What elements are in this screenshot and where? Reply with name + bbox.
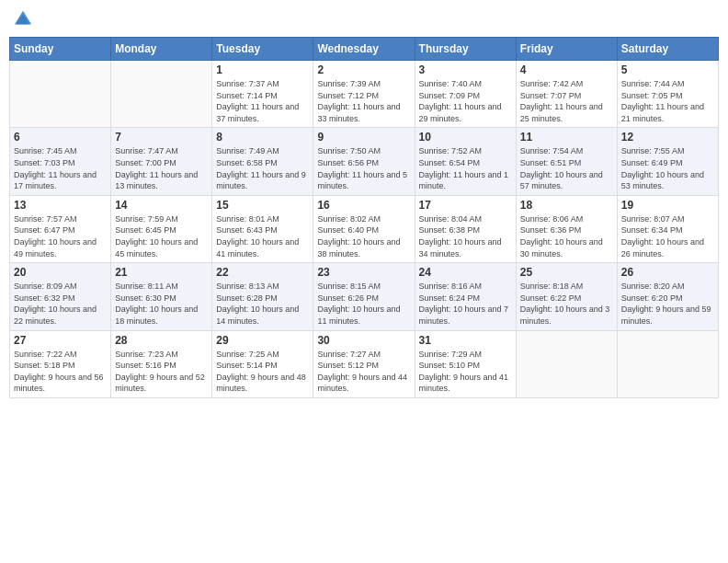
day-number: 1 (216, 63, 309, 76)
header-sunday: Sunday (10, 38, 111, 61)
day-info: Sunrise: 7:44 AMSunset: 7:05 PMDaylight:… (621, 78, 714, 124)
day-info: Sunrise: 8:04 AMSunset: 6:38 PMDaylight:… (419, 213, 512, 259)
calendar-week-row: 1Sunrise: 7:37 AMSunset: 7:14 PMDaylight… (10, 61, 719, 128)
day-number: 19 (621, 199, 714, 212)
day-info: Sunrise: 7:45 AMSunset: 7:03 PMDaylight:… (14, 145, 107, 191)
table-row: 24Sunrise: 8:16 AMSunset: 6:24 PMDayligh… (415, 263, 516, 330)
table-row: 31Sunrise: 7:29 AMSunset: 5:10 PMDayligh… (415, 330, 516, 397)
day-info: Sunrise: 8:06 AMSunset: 6:36 PMDaylight:… (520, 213, 613, 259)
table-row: 11Sunrise: 7:54 AMSunset: 6:51 PMDayligh… (516, 128, 617, 195)
day-number: 26 (621, 266, 714, 279)
day-number: 11 (520, 131, 613, 144)
day-number: 2 (317, 63, 410, 76)
day-number: 10 (419, 131, 512, 144)
table-row: 21Sunrise: 8:11 AMSunset: 6:30 PMDayligh… (111, 263, 212, 330)
day-info: Sunrise: 7:23 AMSunset: 5:16 PMDaylight:… (115, 349, 208, 395)
day-info: Sunrise: 7:37 AMSunset: 7:14 PMDaylight:… (216, 78, 309, 124)
day-info: Sunrise: 7:40 AMSunset: 7:09 PMDaylight:… (419, 78, 512, 124)
day-number: 22 (216, 266, 309, 279)
day-info: Sunrise: 8:18 AMSunset: 6:22 PMDaylight:… (520, 281, 613, 327)
table-row: 26Sunrise: 8:20 AMSunset: 6:20 PMDayligh… (617, 263, 718, 330)
day-info: Sunrise: 7:22 AMSunset: 5:18 PMDaylight:… (14, 349, 107, 395)
header-friday: Friday (516, 38, 617, 61)
day-number: 20 (14, 266, 107, 279)
logo (13, 9, 37, 29)
day-number: 31 (419, 334, 512, 347)
day-info: Sunrise: 8:15 AMSunset: 6:26 PMDaylight:… (317, 281, 410, 327)
table-row: 20Sunrise: 8:09 AMSunset: 6:32 PMDayligh… (10, 263, 111, 330)
day-info: Sunrise: 8:07 AMSunset: 6:34 PMDaylight:… (621, 213, 714, 259)
logo-icon (13, 9, 33, 29)
day-number: 4 (520, 63, 613, 76)
day-info: Sunrise: 8:13 AMSunset: 6:28 PMDaylight:… (216, 281, 309, 327)
table-row: 14Sunrise: 7:59 AMSunset: 6:45 PMDayligh… (111, 195, 212, 262)
table-row: 12Sunrise: 7:55 AMSunset: 6:49 PMDayligh… (617, 128, 718, 195)
day-number: 13 (14, 199, 107, 212)
table-row: 10Sunrise: 7:52 AMSunset: 6:54 PMDayligh… (415, 128, 516, 195)
day-info: Sunrise: 7:57 AMSunset: 6:47 PMDaylight:… (14, 213, 107, 259)
table-row: 18Sunrise: 8:06 AMSunset: 6:36 PMDayligh… (516, 195, 617, 262)
table-row: 15Sunrise: 8:01 AMSunset: 6:43 PMDayligh… (212, 195, 313, 262)
table-row: 5Sunrise: 7:44 AMSunset: 7:05 PMDaylight… (617, 61, 718, 128)
table-row: 13Sunrise: 7:57 AMSunset: 6:47 PMDayligh… (10, 195, 111, 262)
day-number: 25 (520, 266, 613, 279)
header-monday: Monday (111, 38, 212, 61)
table-row: 7Sunrise: 7:47 AMSunset: 7:00 PMDaylight… (111, 128, 212, 195)
table-row: 16Sunrise: 8:02 AMSunset: 6:40 PMDayligh… (313, 195, 415, 262)
table-row: 1Sunrise: 7:37 AMSunset: 7:14 PMDaylight… (212, 61, 313, 128)
table-row: 6Sunrise: 7:45 AMSunset: 7:03 PMDaylight… (10, 128, 111, 195)
day-info: Sunrise: 7:52 AMSunset: 6:54 PMDaylight:… (419, 145, 512, 191)
calendar-week-row: 27Sunrise: 7:22 AMSunset: 5:18 PMDayligh… (10, 330, 719, 397)
table-row: 28Sunrise: 7:23 AMSunset: 5:16 PMDayligh… (111, 330, 212, 397)
table-row (10, 61, 111, 128)
table-row: 27Sunrise: 7:22 AMSunset: 5:18 PMDayligh… (10, 330, 111, 397)
day-number: 8 (216, 131, 309, 144)
day-number: 5 (621, 63, 714, 76)
day-number: 14 (115, 199, 208, 212)
day-number: 21 (115, 266, 208, 279)
table-row: 22Sunrise: 8:13 AMSunset: 6:28 PMDayligh… (212, 263, 313, 330)
calendar-week-row: 20Sunrise: 8:09 AMSunset: 6:32 PMDayligh… (10, 263, 719, 330)
day-info: Sunrise: 8:20 AMSunset: 6:20 PMDaylight:… (621, 281, 714, 327)
day-info: Sunrise: 7:59 AMSunset: 6:45 PMDaylight:… (115, 213, 208, 259)
table-row: 8Sunrise: 7:49 AMSunset: 6:58 PMDaylight… (212, 128, 313, 195)
table-row: 19Sunrise: 8:07 AMSunset: 6:34 PMDayligh… (617, 195, 718, 262)
table-row: 23Sunrise: 8:15 AMSunset: 6:26 PMDayligh… (313, 263, 415, 330)
day-number: 27 (14, 334, 107, 347)
day-info: Sunrise: 8:11 AMSunset: 6:30 PMDaylight:… (115, 281, 208, 327)
day-info: Sunrise: 7:27 AMSunset: 5:12 PMDaylight:… (317, 349, 410, 395)
day-info: Sunrise: 7:54 AMSunset: 6:51 PMDaylight:… (520, 145, 613, 191)
day-number: 7 (115, 131, 208, 144)
day-number: 18 (520, 199, 613, 212)
day-number: 29 (216, 334, 309, 347)
table-row: 17Sunrise: 8:04 AMSunset: 6:38 PMDayligh… (415, 195, 516, 262)
day-number: 17 (419, 199, 512, 212)
table-row: 2Sunrise: 7:39 AMSunset: 7:12 PMDaylight… (313, 61, 415, 128)
day-info: Sunrise: 8:02 AMSunset: 6:40 PMDaylight:… (317, 213, 410, 259)
day-info: Sunrise: 7:25 AMSunset: 5:14 PMDaylight:… (216, 349, 309, 395)
table-row (516, 330, 617, 397)
day-number: 28 (115, 334, 208, 347)
table-row (111, 61, 212, 128)
header-tuesday: Tuesday (212, 38, 313, 61)
header-wednesday: Wednesday (313, 38, 415, 61)
day-info: Sunrise: 7:50 AMSunset: 6:56 PMDaylight:… (317, 145, 410, 191)
day-info: Sunrise: 7:47 AMSunset: 7:00 PMDaylight:… (115, 145, 208, 191)
table-row: 4Sunrise: 7:42 AMSunset: 7:07 PMDaylight… (516, 61, 617, 128)
calendar-table: Sunday Monday Tuesday Wednesday Thursday… (9, 37, 719, 398)
day-info: Sunrise: 7:39 AMSunset: 7:12 PMDaylight:… (317, 78, 410, 124)
day-info: Sunrise: 7:55 AMSunset: 6:49 PMDaylight:… (621, 145, 714, 191)
day-number: 3 (419, 63, 512, 76)
page-header (9, 9, 719, 29)
day-info: Sunrise: 8:09 AMSunset: 6:32 PMDaylight:… (14, 281, 107, 327)
day-info: Sunrise: 8:16 AMSunset: 6:24 PMDaylight:… (419, 281, 512, 327)
day-info: Sunrise: 8:01 AMSunset: 6:43 PMDaylight:… (216, 213, 309, 259)
header-thursday: Thursday (415, 38, 516, 61)
calendar-week-row: 13Sunrise: 7:57 AMSunset: 6:47 PMDayligh… (10, 195, 719, 262)
day-number: 12 (621, 131, 714, 144)
day-number: 16 (317, 199, 410, 212)
table-row: 25Sunrise: 8:18 AMSunset: 6:22 PMDayligh… (516, 263, 617, 330)
day-number: 30 (317, 334, 410, 347)
calendar-header-row: Sunday Monday Tuesday Wednesday Thursday… (10, 38, 719, 61)
table-row: 29Sunrise: 7:25 AMSunset: 5:14 PMDayligh… (212, 330, 313, 397)
